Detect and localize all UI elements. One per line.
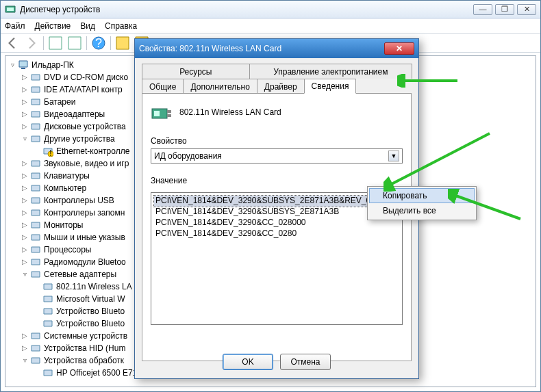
device-name-label: 802.11n Wireless LAN Card [151,102,403,117]
value-listbox[interactable]: PCI\VEN_1814&DEV_3290&SUBSYS_2E871A3B&RE… [151,192,403,325]
tab-panel-details: 802.11n Wireless LAN Card Свойство ИД об… [142,93,412,361]
menu-select-all[interactable]: Выделить все [369,203,475,218]
menu-file[interactable]: Файл [5,21,25,31]
svg-rect-20 [32,161,40,166]
tab-general[interactable]: Общие [142,79,184,94]
svg-rect-28 [32,259,40,265]
svg-rect-22 [32,185,40,191]
tab-advanced[interactable]: Дополнительно [183,79,257,94]
menu-view[interactable]: Вид [80,21,95,31]
svg-rect-37 [44,370,52,376]
list-item[interactable]: PCI\VEN_1814&DEV_3290&CC_028000 [154,218,399,228]
svg-rect-27 [32,247,40,252]
tab-resources[interactable]: Ресурсы [142,64,250,79]
svg-text:?: ? [95,36,102,50]
svg-rect-34 [32,333,40,339]
context-menu: Копировать Выделить все [367,186,477,220]
property-combo[interactable]: ИД оборудования ▼ [151,148,403,164]
toolbar-separator [110,36,111,50]
dm-titlebar[interactable]: Диспетчер устройств — ❐ ✕ [1,1,540,18]
property-label: Свойство [151,124,403,148]
svg-rect-16 [32,136,40,142]
svg-rect-33 [44,321,52,326]
svg-rect-36 [32,358,40,363]
back-button[interactable] [3,36,21,51]
props-close-button[interactable]: ✕ [384,42,414,55]
dm-title: Диспетчер устройств [20,5,473,14]
cancel-button[interactable]: Отмена [280,354,331,370]
svg-rect-39 [154,111,160,116]
minimize-button[interactable]: — [473,4,492,15]
svg-rect-25 [32,222,40,228]
ok-button[interactable]: OK [223,354,273,370]
svg-rect-29 [32,272,40,277]
svg-rect-6 [116,37,129,49]
tb-btn-2[interactable] [66,36,84,51]
tb-btn-3[interactable] [114,36,131,51]
svg-rect-40 [167,110,171,113]
svg-rect-15 [32,124,40,129]
svg-rect-32 [44,309,52,314]
svg-rect-1 [7,8,14,11]
tab-driver[interactable]: Драйвер [257,79,305,94]
tb-btn-1[interactable] [47,36,64,51]
list-item[interactable]: PCI\VEN_1814&DEV_3290&SUBSYS_2E871A3B [154,207,399,218]
network-card-icon [151,102,173,124]
tab-details[interactable]: Сведения [304,79,357,94]
svg-rect-11 [32,75,40,80]
svg-rect-10 [21,68,25,69]
svg-rect-24 [32,210,40,215]
svg-rect-21 [32,173,40,179]
svg-rect-26 [32,235,40,240]
close-button[interactable]: ✕ [517,4,536,15]
list-item[interactable]: PCI\VEN_1814&DEV_3290&CC_0280 [154,228,399,239]
menu-copy[interactable]: Копировать [369,188,475,203]
menu-action[interactable]: Действие [35,21,71,31]
svg-rect-3 [68,37,81,49]
svg-rect-30 [44,284,52,289]
props-titlebar[interactable]: Свойства: 802.11n Wireless LAN Card ✕ [135,39,418,58]
svg-rect-35 [32,345,40,351]
svg-rect-31 [44,296,52,302]
dm-menubar: Файл Действие Вид Справка [1,18,540,34]
svg-rect-12 [32,87,40,92]
props-title: Свойства: 802.11n Wireless LAN Card [139,44,384,53]
property-combo-value: ИД оборудования [154,151,222,161]
list-item[interactable]: PCI\VEN_1814&DEV_3290&SUBSYS_2E871A3B&RE… [154,196,399,207]
svg-rect-13 [32,99,40,105]
svg-text:!: ! [49,148,51,157]
svg-rect-14 [32,112,40,117]
svg-rect-23 [32,198,40,203]
menu-help[interactable]: Справка [105,21,137,31]
tab-power[interactable]: Управление электропитанием [249,64,412,79]
tb-help-button[interactable]: ? [90,36,108,51]
chevron-down-icon: ▼ [388,151,399,161]
value-label: Значение [151,164,403,188]
maximize-button[interactable]: ❐ [495,4,514,15]
svg-rect-41 [167,114,171,117]
toolbar-separator [43,36,44,50]
toolbar-separator [86,36,87,50]
app-icon [5,4,16,15]
svg-rect-2 [49,37,62,49]
forward-button[interactable] [23,36,40,51]
svg-rect-9 [19,61,27,67]
